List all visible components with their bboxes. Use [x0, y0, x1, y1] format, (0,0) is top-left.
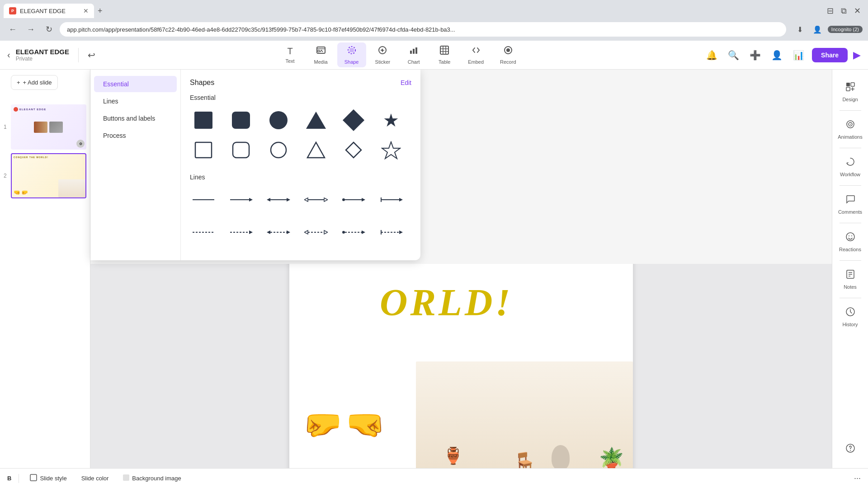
svg-rect-15	[195, 142, 212, 158]
right-panel-comments[interactable]: Comments	[834, 189, 867, 219]
shapes-category-process[interactable]: Process	[94, 127, 177, 144]
right-panel-history[interactable]: History	[834, 302, 867, 332]
bottom-more-button[interactable]: ···	[854, 474, 861, 483]
minimize-button[interactable]: ⊟	[823, 4, 837, 18]
shapes-category-essential[interactable]: Essential	[94, 76, 177, 92]
shape-filled-triangle[interactable]	[302, 107, 330, 134]
svg-marker-44	[324, 230, 328, 234]
svg-point-59	[851, 235, 852, 236]
restore-button[interactable]: ⧉	[837, 5, 850, 18]
tab-close-btn[interactable]: ✕	[83, 7, 89, 14]
users-button[interactable]: 👤	[769, 47, 785, 63]
undo-button[interactable]: ↩	[88, 50, 95, 61]
share-button[interactable]: Share	[812, 48, 848, 62]
shape-outline-circle[interactable]	[265, 137, 292, 164]
tool-sticker[interactable]: Sticker	[368, 42, 398, 67]
shape-filled-star[interactable]: ★	[377, 107, 405, 134]
search-button[interactable]: 🔍	[725, 47, 741, 63]
background-image-button[interactable]: Background image	[119, 473, 184, 484]
line-dashed-arrow-both-outline[interactable]	[302, 219, 330, 246]
add-button[interactable]: ➕	[747, 47, 763, 63]
right-panel-design[interactable]: Design	[834, 77, 867, 107]
line-dashed-bar-arrow[interactable]	[377, 219, 405, 246]
tool-chart[interactable]: Chart	[399, 42, 428, 67]
right-panel-workflow[interactable]: Workflow	[834, 152, 867, 182]
shape-tool-label: Shape	[344, 59, 359, 65]
shape-outline-triangle[interactable]	[302, 137, 330, 164]
shapes-edit-button[interactable]: Edit	[401, 79, 411, 86]
line-bar-arrow[interactable]	[377, 186, 405, 213]
line-arrow-both[interactable]	[265, 186, 292, 213]
chart-tool-label: Chart	[408, 59, 420, 65]
shape-outline-diamond[interactable]	[340, 137, 367, 164]
text-tool-icon: T	[287, 46, 292, 56]
right-panel-divider-4	[840, 223, 861, 223]
download-icon[interactable]: ⬇	[793, 23, 807, 36]
shapes-category-buttons[interactable]: Buttons and labels	[94, 110, 177, 127]
line-arrow-both-outline[interactable]	[302, 186, 330, 213]
shape-outline-star[interactable]	[377, 137, 405, 164]
right-panel-help[interactable]	[834, 438, 867, 461]
line-dashed-dot-arrow[interactable]	[340, 219, 367, 246]
project-name: ELEGANT EDGE	[16, 48, 69, 56]
line-dashed-plain[interactable]	[190, 219, 217, 246]
back-to-projects-button[interactable]: ‹	[7, 50, 10, 60]
line-arrow-right[interactable]	[227, 186, 255, 213]
new-tab-button[interactable]: +	[94, 5, 106, 18]
slide-item-2[interactable]: 2 CONQUER THE WORLD! 🤜 🤛	[0, 151, 90, 200]
shapes-category-lines[interactable]: Lines	[94, 93, 177, 109]
right-panel-notes[interactable]: Notes	[834, 264, 867, 294]
essential-shapes-grid: ★	[190, 107, 411, 164]
slide-canvas[interactable]: ORLD! 🤜 🤜 🏺 🪑 🪴	[289, 264, 633, 468]
shape-filled-rounded-rectangle[interactable]	[227, 107, 255, 134]
forward-button[interactable]: →	[24, 22, 38, 37]
right-panel: Design Animations Workflow	[832, 70, 868, 468]
add-slide-button[interactable]: + + Add slide	[11, 75, 58, 90]
svg-point-45	[342, 231, 345, 234]
tool-embed[interactable]: Embed	[461, 42, 491, 67]
media-tool-label: Media	[314, 59, 328, 65]
app-header: ‹ ELEGANT EDGE Private ↩ T Text Media	[0, 41, 868, 70]
plant-icon: 🪴	[599, 446, 624, 468]
embed-tool-icon	[471, 45, 481, 57]
shape-filled-circle[interactable]	[265, 107, 292, 134]
notes-label: Notes	[844, 284, 857, 290]
tool-media[interactable]: Media	[307, 42, 335, 67]
svg-rect-7	[415, 47, 417, 54]
address-bar[interactable]	[60, 22, 786, 37]
slide-item-1[interactable]: 1 ELEGANT EDGE ⚙	[0, 103, 90, 151]
refresh-button[interactable]: ↻	[42, 22, 56, 37]
close-window-button[interactable]: ✕	[850, 4, 864, 18]
slide-style-button[interactable]: Slide style	[26, 472, 70, 484]
back-button[interactable]: ←	[5, 22, 20, 37]
tool-shape[interactable]: Shape	[337, 42, 366, 67]
svg-marker-20	[382, 142, 400, 159]
line-dashed-arrow-right[interactable]	[227, 219, 255, 246]
play-button[interactable]: ▶	[853, 49, 861, 61]
profile-icon[interactable]: 👤	[811, 23, 824, 36]
essential-section-title: Essential	[190, 94, 411, 101]
tool-table[interactable]: Table	[430, 42, 459, 67]
slide-color-button[interactable]: Slide color	[78, 473, 113, 483]
reactions-label: Reactions	[839, 247, 861, 252]
slide-number-2: 2	[4, 173, 11, 179]
right-panel-animations[interactable]: Animations	[834, 114, 867, 144]
shape-outline-rounded-rectangle[interactable]	[227, 137, 255, 164]
chart-view-button[interactable]: 📊	[790, 47, 807, 63]
lines-grid-solid	[190, 186, 411, 213]
right-panel-divider-3	[840, 185, 861, 186]
notification-button[interactable]: 🔔	[703, 47, 720, 63]
active-tab[interactable]: P ELEGANT EDGE ✕	[4, 4, 94, 18]
shape-filled-diamond[interactable]	[340, 107, 367, 134]
right-panel-divider-6	[840, 298, 861, 298]
tool-record[interactable]: Record	[493, 42, 523, 67]
line-plain[interactable]	[190, 186, 217, 213]
tool-text[interactable]: T Text	[276, 43, 305, 66]
shape-outline-rectangle[interactable]	[190, 137, 217, 164]
line-dot-arrow[interactable]	[340, 186, 367, 213]
right-panel-reactions[interactable]: Reactions	[834, 227, 867, 257]
design-icon	[845, 81, 856, 95]
shape-filled-rectangle[interactable]	[190, 107, 217, 134]
line-dashed-arrow-both[interactable]	[265, 219, 292, 246]
project-info: ELEGANT EDGE Private	[16, 48, 69, 62]
